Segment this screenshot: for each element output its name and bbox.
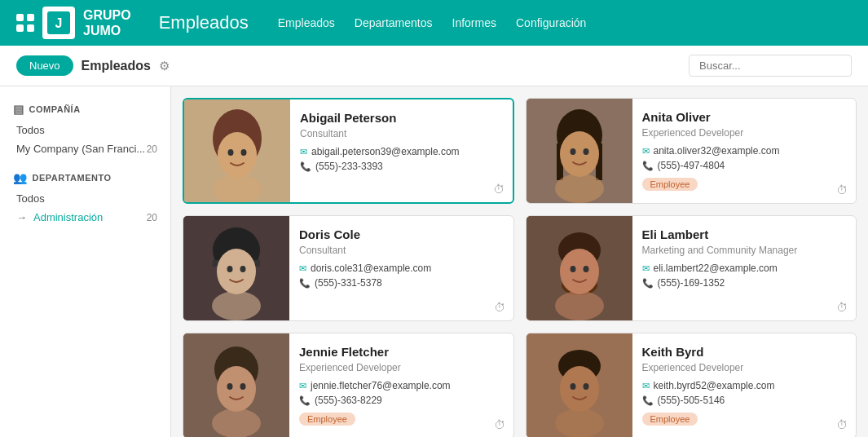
employee-email: ✉ doris.cole31@example.com: [299, 263, 504, 274]
employee-info: Anita Oliver Experienced Developer ✉ ani…: [632, 99, 857, 203]
employee-info: Doris Cole Consultant ✉ doris.cole31@exa…: [289, 216, 513, 320]
employee-phone: 📞 (555)-169-1352: [642, 277, 847, 289]
svg-point-34: [227, 383, 233, 390]
gear-icon[interactable]: ⚙: [159, 59, 170, 73]
sidebar-item-todos-company[interactable]: Todos: [0, 121, 170, 139]
svg-point-30: [555, 291, 604, 320]
search-input[interactable]: [689, 55, 852, 77]
employee-name: Anita Oliver: [642, 110, 847, 124]
svg-point-23: [212, 291, 261, 320]
sidebar-section-department: 👥 DEPARTAMENTO: [0, 168, 170, 189]
employee-name: Eli Lambert: [642, 227, 847, 241]
company-section-icon: ▤: [13, 103, 24, 116]
email-icon: ✉: [642, 381, 650, 391]
sidebar-item-todos-dept[interactable]: Todos: [0, 189, 170, 208]
department-section-icon: 👥: [13, 171, 28, 184]
employee-card[interactable]: Abigail Peterson Consultant ✉ abigail.pe…: [183, 98, 514, 204]
logo-area: J GRUPOJUMO: [16, 7, 131, 39]
svg-point-27: [560, 249, 599, 294]
employee-email: ✉ jennie.fletcher76@example.com: [299, 380, 504, 391]
employee-info: Jennie Fletcher Experienced Developer ✉ …: [289, 333, 513, 437]
arrow-icon: →: [16, 211, 27, 223]
employee-photo: [527, 333, 632, 437]
employee-info: Keith Byrd Experienced Developer ✉ keith…: [632, 333, 857, 437]
employee-name: Keith Byrd: [642, 345, 847, 359]
nuevo-button[interactable]: Nuevo: [16, 55, 73, 76]
company-name: GRUPOJUMO: [83, 7, 131, 38]
employee-badge: Employee: [299, 413, 355, 426]
page-title: Empleados: [82, 59, 151, 73]
employee-name: Jennie Fletcher: [299, 345, 504, 359]
employee-email: ✉ keith.byrd52@example.com: [642, 380, 847, 391]
company-logo: J: [42, 7, 75, 39]
employee-card[interactable]: Keith Byrd Experienced Developer ✉ keith…: [526, 333, 857, 437]
employee-phone: 📞 (555)-233-3393: [300, 161, 503, 172]
email-icon: ✉: [642, 263, 650, 274]
employee-role: Marketing and Community Manager: [642, 245, 847, 256]
svg-point-40: [570, 383, 575, 390]
svg-point-33: [217, 366, 256, 412]
clock-icon[interactable]: ⏱: [836, 183, 848, 196]
employee-card[interactable]: Anita Oliver Experienced Developer ✉ ani…: [526, 98, 857, 204]
sub-header: Nuevo Empleados ⚙: [0, 46, 868, 86]
clock-icon[interactable]: ⏱: [836, 301, 848, 314]
employee-badge: Employee: [642, 178, 698, 191]
employee-card[interactable]: Jennie Fletcher Experienced Developer ✉ …: [183, 333, 514, 437]
main-navigation: Empleados Departamentos Informes Configu…: [276, 13, 588, 33]
svg-point-7: [241, 149, 247, 156]
employee-email: ✉ eli.lambert22@example.com: [642, 263, 847, 274]
clock-icon[interactable]: ⏱: [493, 183, 504, 196]
nav-departamentos[interactable]: Departamentos: [353, 13, 434, 33]
clock-icon[interactable]: ⏱: [494, 301, 505, 314]
svg-point-41: [583, 383, 588, 390]
employee-email: ✉ anita.oliver32@example.com: [642, 145, 847, 157]
employee-role: Experienced Developer: [299, 362, 504, 373]
svg-point-21: [227, 266, 233, 272]
app-grid-icon[interactable]: [16, 14, 34, 32]
employee-info: Abigail Peterson Consultant ✉ abigail.pe…: [290, 99, 513, 202]
svg-point-39: [560, 366, 599, 412]
employee-card[interactable]: Eli Lambert Marketing and Community Mana…: [526, 215, 857, 321]
svg-point-8: [213, 174, 262, 204]
employee-card[interactable]: Doris Cole Consultant ✉ doris.cole31@exa…: [183, 215, 514, 321]
svg-point-29: [583, 266, 588, 272]
sidebar: ▤ COMPAÑÍA Todos My Company (San Franci.…: [0, 86, 171, 437]
employee-photo: [527, 99, 632, 204]
phone-icon: 📞: [299, 395, 311, 406]
subheader-left: Nuevo Empleados ⚙: [16, 55, 170, 76]
sidebar-item-mycompany[interactable]: My Company (San Franci... 20: [0, 139, 170, 158]
employee-email: ✉ abigail.peterson39@example.com: [300, 146, 503, 157]
nav-empleados[interactable]: Empleados: [276, 13, 337, 33]
svg-point-13: [560, 131, 599, 177]
svg-point-15: [583, 148, 588, 155]
nav-informes[interactable]: Informes: [451, 13, 498, 33]
email-icon: ✉: [642, 146, 650, 157]
nav-configuracion[interactable]: Configuración: [514, 13, 588, 33]
svg-point-28: [570, 266, 575, 272]
employee-phone: 📞 (555)-505-5146: [642, 395, 847, 406]
employee-phone: 📞 (555)-497-4804: [642, 160, 847, 171]
email-icon: ✉: [299, 381, 306, 391]
top-navigation: J GRUPOJUMO Empleados Empleados Departam…: [0, 0, 868, 46]
clock-icon[interactable]: ⏱: [494, 418, 505, 431]
phone-icon: 📞: [642, 395, 654, 406]
email-icon: ✉: [300, 147, 307, 157]
svg-point-14: [570, 148, 575, 155]
phone-icon: 📞: [642, 161, 654, 171]
employee-role: Experienced Developer: [642, 362, 847, 373]
svg-point-16: [555, 174, 604, 203]
svg-point-20: [217, 249, 256, 294]
email-icon: ✉: [299, 263, 306, 274]
employee-photo: [184, 99, 290, 204]
employee-phone: 📞 (555)-363-8229: [299, 395, 504, 406]
svg-point-22: [240, 266, 246, 272]
employee-info: Eli Lambert Marketing and Community Mana…: [632, 216, 857, 320]
sidebar-item-administracion[interactable]: → Administración 20: [0, 208, 170, 227]
phone-icon: 📞: [642, 278, 654, 289]
phone-icon: 📞: [300, 161, 311, 172]
svg-point-35: [240, 383, 246, 390]
svg-point-5: [218, 132, 257, 178]
employee-badge: Employee: [642, 413, 698, 426]
sidebar-section-company: ▤ COMPAÑÍA: [0, 99, 170, 121]
clock-icon[interactable]: ⏱: [836, 418, 848, 431]
